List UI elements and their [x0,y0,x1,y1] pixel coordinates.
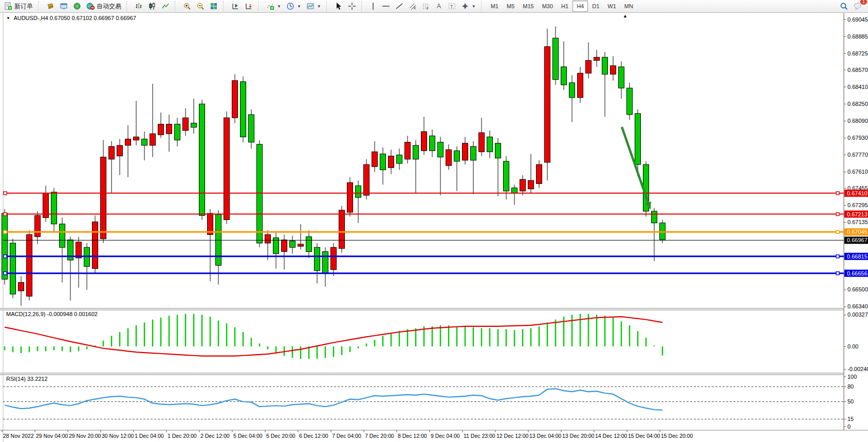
channel-tool-button[interactable]: E [406,0,419,12]
candlestick[interactable] [471,146,476,160]
trendline-tool-button[interactable] [393,0,406,12]
candlestick[interactable] [60,224,65,247]
candlestick[interactable] [298,244,304,246]
line-drag-handle[interactable] [836,213,839,216]
periods-button[interactable]: ▼ [284,0,304,12]
candlestick[interactable] [397,155,402,163]
timeframe-button-H1[interactable]: H1 [557,1,572,12]
timeframe-button-M30[interactable]: M30 [538,1,557,12]
line-drag-handle[interactable] [836,272,839,275]
candlestick[interactable] [216,214,221,265]
candlestick[interactable] [101,157,106,239]
auto-trading-button[interactable]: 自动交易 [84,0,124,12]
candlestick-mode-button[interactable] [145,0,159,12]
timeframe-button-M1[interactable]: M1 [487,1,503,12]
candlestick[interactable] [479,133,485,152]
chart-canvas[interactable]: 0.690450.688850.687250.685700.684100.682… [0,12,868,442]
candlestick[interactable] [611,66,616,75]
candlestick[interactable] [125,139,131,145]
candlestick[interactable] [339,210,345,248]
candlestick[interactable] [191,123,197,127]
candlestick[interactable] [594,57,600,60]
templates-button[interactable]: ▼ [304,0,324,12]
candlestick[interactable] [413,145,419,159]
candlestick[interactable] [561,67,567,85]
timeframe-button-MN[interactable]: MN [620,1,637,12]
candlestick[interactable] [183,118,189,131]
chart-shift-button[interactable] [229,0,242,12]
notifications-button[interactable]: 1 [851,0,865,12]
candlestick[interactable] [27,234,32,296]
chart-window-button[interactable] [57,0,70,12]
timeframe-button-D1[interactable]: D1 [588,1,603,12]
candlestick[interactable] [76,242,82,258]
line-drag-handle[interactable] [836,230,839,233]
candlestick[interactable] [356,186,361,197]
candlestick[interactable] [504,161,509,191]
bar-chart-mode-button[interactable] [132,0,145,12]
market-depth-button[interactable] [44,0,57,12]
candlestick[interactable] [347,182,353,212]
candlestick[interactable] [372,152,378,167]
text-tool-button[interactable]: A [433,0,445,12]
candlestick[interactable] [331,247,337,269]
line-drag-handle[interactable] [4,192,7,195]
candlestick[interactable] [306,237,312,252]
crosshair-tool-button[interactable] [345,0,359,12]
candlestick[interactable] [602,57,608,74]
candlestick[interactable] [19,282,24,291]
line-drag-handle[interactable] [4,272,7,275]
candlestick[interactable] [545,47,550,162]
candlestick[interactable] [51,192,57,224]
candlestick[interactable] [232,81,238,118]
candlestick[interactable] [627,88,633,115]
candlestick[interactable] [93,222,98,269]
candlestick[interactable] [619,67,624,88]
candlestick[interactable] [586,61,592,73]
zoom-out-button[interactable] [194,0,207,12]
zoom-in-button[interactable] [180,0,194,12]
candlestick[interactable] [290,241,296,247]
candlestick[interactable] [520,179,526,191]
candlestick[interactable] [487,137,493,152]
chart-area[interactable]: 0.690450.688850.687250.685700.684100.682… [0,12,868,442]
timeframe-button-H4[interactable]: H4 [572,1,588,12]
candlestick[interactable] [446,150,452,165]
candlestick[interactable] [167,124,172,134]
indicators-button[interactable]: ▼ [264,0,284,12]
candlestick[interactable] [315,247,320,270]
candlestick[interactable] [199,104,205,215]
candlestick[interactable] [134,137,139,140]
candlestick[interactable] [421,132,427,151]
candlestick[interactable] [454,151,460,161]
candlestick[interactable] [150,134,156,145]
candlestick[interactable] [257,144,263,243]
line-drag-handle[interactable] [4,230,7,233]
candlestick[interactable] [241,82,246,137]
candlestick[interactable] [537,164,542,183]
vertical-line-tool-button[interactable] [367,0,379,12]
new-order-button[interactable]: 新订单 [2,0,35,12]
candlestick[interactable] [364,164,370,195]
fibonacci-tool-button[interactable]: F [419,0,433,12]
auto-scroll-button[interactable] [242,0,255,12]
candlestick[interactable] [323,252,328,273]
candlestick[interactable] [578,73,583,98]
candlestick[interactable] [495,143,501,158]
timeframe-button-W1[interactable]: W1 [603,1,620,12]
horizontal-line-tool-button[interactable] [379,0,393,12]
candlestick[interactable] [158,124,164,135]
candlestick[interactable] [175,124,180,140]
candlestick[interactable] [512,188,518,193]
tile-windows-button[interactable] [207,0,220,12]
scroll-anchor-icon[interactable]: ▲ [623,13,627,19]
candlestick[interactable] [380,154,386,170]
candlestick[interactable] [438,142,444,157]
text-label-tool-button[interactable]: T [445,0,458,12]
candlestick[interactable] [35,215,41,236]
cursor-tool-button[interactable] [332,0,345,12]
candlestick[interactable] [463,143,468,160]
candlestick[interactable] [265,234,271,243]
candlestick[interactable] [2,213,8,279]
candlestick[interactable] [652,211,657,223]
